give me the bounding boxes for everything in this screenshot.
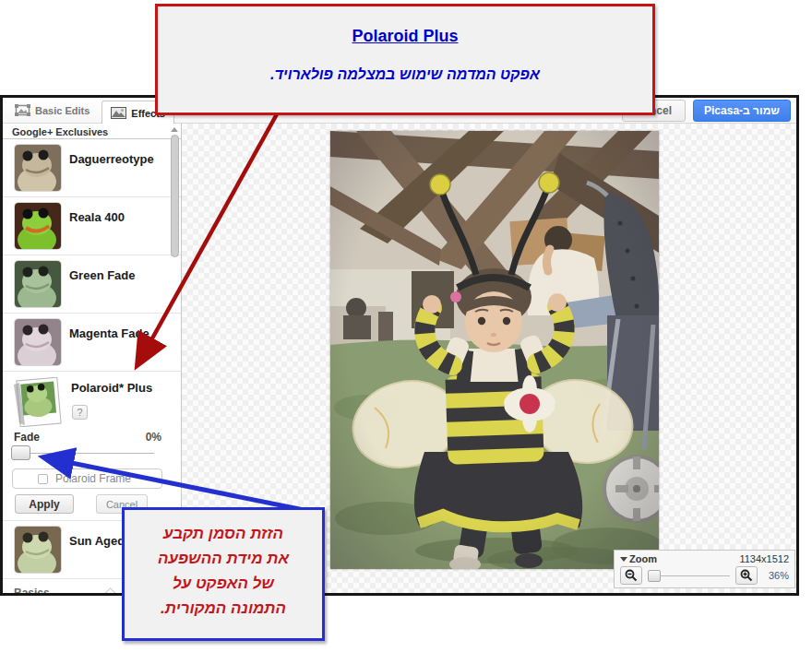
- callout-line: התמונה המקורית.: [125, 596, 322, 621]
- callout-line: את מידת ההשפעה: [125, 546, 322, 571]
- effects-section-header: Google+ Exclusives: [3, 124, 181, 139]
- help-button[interactable]: ?: [72, 405, 88, 420]
- callout-description: אפקט המדמה שימוש במצלמה פולארויד.: [158, 66, 652, 83]
- effect-item-green-fade[interactable]: Green Fade: [3, 255, 181, 314]
- callout-line: של האפקט על: [125, 571, 322, 596]
- zoom-slider-track[interactable]: [648, 575, 730, 576]
- effect-thumbnail: [15, 203, 61, 249]
- callout-polaroid-plus: Polaroid Plus אפקט המדמה שימוש במצלמה פו…: [155, 4, 655, 115]
- fade-slider-track[interactable]: [14, 453, 154, 454]
- effect-item-daguerreotype[interactable]: Daguerreotype: [3, 139, 181, 197]
- zoom-label: Zoom: [629, 553, 657, 564]
- photo-icon: [111, 107, 126, 119]
- callout-title: Polaroid Plus: [352, 27, 458, 46]
- editor-window: Basic Edits Effects Cancel שמור ב-Picasa…: [0, 95, 799, 596]
- tab-basic-edits-label: Basic Edits: [35, 105, 90, 116]
- checkbox-square[interactable]: [38, 474, 48, 484]
- selected-effect-title: Polaroid* Plus: [71, 381, 152, 395]
- effect-label: Reala 400: [69, 210, 125, 224]
- effect-label: Daguerreotype: [69, 152, 154, 166]
- effect-thumbnail: [15, 319, 61, 365]
- polaroid-frame-label: Polaroid Frame: [55, 472, 131, 485]
- effect-label: Magenta Fade: [69, 326, 149, 340]
- effect-panel-polaroid-plus: Polaroid* Plus ? Fade 0% Polaroid Frame …: [3, 372, 181, 521]
- fade-label: Fade: [14, 431, 40, 444]
- fade-value: 0%: [146, 431, 161, 444]
- effect-thumbnail: [15, 261, 61, 307]
- effect-item-reala-400[interactable]: Reala 400: [3, 197, 181, 255]
- zoom-slider-handle[interactable]: [648, 570, 661, 582]
- zoom-toggle[interactable]: Zoom: [620, 553, 657, 564]
- save-to-picasa-button[interactable]: שמור ב-Picasa: [693, 100, 791, 122]
- zoom-in-button[interactable]: [735, 566, 758, 585]
- effect-thumbnail: [15, 527, 61, 573]
- framed-photo-icon: [15, 104, 30, 116]
- magnifier-minus-icon: [625, 569, 638, 582]
- zoom-panel: Zoom 1134x1512: [614, 550, 795, 588]
- zoom-percent: 36%: [763, 570, 789, 581]
- effect-item-magenta-fade[interactable]: Magenta Fade: [3, 314, 181, 372]
- zoom-out-button[interactable]: [620, 566, 642, 585]
- tab-basic-edits[interactable]: Basic Edits: [6, 100, 98, 121]
- fade-slider-handle[interactable]: [11, 445, 30, 460]
- apply-button[interactable]: Apply: [15, 494, 74, 514]
- edited-photo: [330, 131, 659, 569]
- effect-thumbnail: [15, 145, 61, 191]
- polaroid-frame-checkbox[interactable]: Polaroid Frame: [12, 468, 162, 489]
- chevron-down-icon: [620, 557, 627, 562]
- callout-line: הזזת הסמן תקבע: [125, 521, 322, 546]
- effect-label: Sun Aged: [69, 534, 125, 548]
- polaroid-plus-thumbnail: [10, 377, 67, 427]
- scrollbar-thumb[interactable]: [171, 135, 179, 257]
- effect-label: Green Fade: [69, 268, 136, 282]
- callout-fade-slider: הזזת הסמן תקבע את מידת ההשפעה של האפקט ע…: [122, 507, 325, 641]
- chevron-up-icon[interactable]: [171, 127, 178, 132]
- image-dimensions: 1134x1512: [739, 553, 789, 564]
- magnifier-plus-icon: [740, 569, 753, 582]
